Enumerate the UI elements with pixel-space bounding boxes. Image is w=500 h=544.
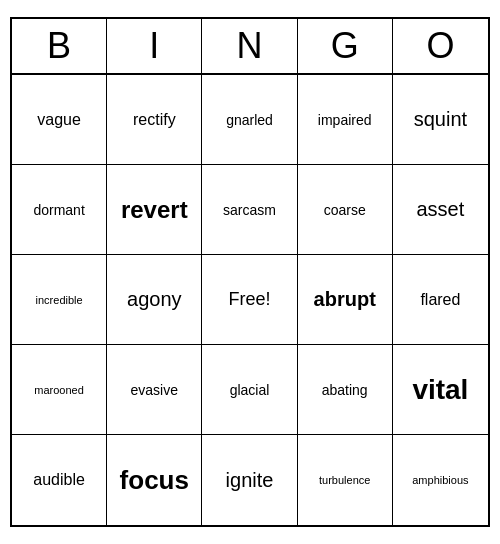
bingo-cell: agony (107, 255, 202, 345)
bingo-cell: abrupt (298, 255, 393, 345)
cell-text: asset (416, 198, 464, 221)
bingo-card: BINGO vaguerectifygnarledimpairedsquintd… (10, 17, 490, 527)
bingo-cell: evasive (107, 345, 202, 435)
bingo-cell: vague (12, 75, 107, 165)
header-letter: N (202, 19, 297, 73)
cell-text: abrupt (314, 288, 376, 311)
cell-text: squint (414, 108, 467, 131)
cell-text: impaired (318, 112, 372, 128)
cell-text: vital (412, 374, 468, 406)
cell-text: marooned (34, 384, 84, 396)
bingo-cell: marooned (12, 345, 107, 435)
cell-text: incredible (36, 294, 83, 306)
bingo-cell: audible (12, 435, 107, 525)
bingo-header: BINGO (12, 19, 488, 75)
cell-text: coarse (324, 202, 366, 218)
bingo-cell: rectify (107, 75, 202, 165)
header-letter: I (107, 19, 202, 73)
bingo-cell: abating (298, 345, 393, 435)
bingo-cell: impaired (298, 75, 393, 165)
bingo-cell: vital (393, 345, 488, 435)
bingo-cell: ignite (202, 435, 297, 525)
bingo-cell: flared (393, 255, 488, 345)
cell-text: glacial (230, 382, 270, 398)
cell-text: ignite (226, 469, 274, 492)
cell-text: revert (121, 196, 188, 224)
cell-text: gnarled (226, 112, 273, 128)
cell-text: turbulence (319, 474, 370, 486)
header-letter: O (393, 19, 488, 73)
cell-text: agony (127, 288, 182, 311)
bingo-cell: glacial (202, 345, 297, 435)
bingo-cell: incredible (12, 255, 107, 345)
cell-text: rectify (133, 111, 176, 129)
bingo-cell: sarcasm (202, 165, 297, 255)
bingo-grid: vaguerectifygnarledimpairedsquintdormant… (12, 75, 488, 525)
bingo-cell: gnarled (202, 75, 297, 165)
bingo-cell: focus (107, 435, 202, 525)
bingo-cell: turbulence (298, 435, 393, 525)
cell-text: abating (322, 382, 368, 398)
cell-text: flared (420, 291, 460, 309)
cell-text: sarcasm (223, 202, 276, 218)
bingo-cell: dormant (12, 165, 107, 255)
cell-text: amphibious (412, 474, 468, 486)
bingo-cell: squint (393, 75, 488, 165)
cell-text: Free! (228, 289, 270, 310)
cell-text: evasive (131, 382, 178, 398)
bingo-cell: Free! (202, 255, 297, 345)
cell-text: dormant (33, 202, 84, 218)
bingo-cell: coarse (298, 165, 393, 255)
header-letter: G (298, 19, 393, 73)
bingo-cell: asset (393, 165, 488, 255)
bingo-cell: revert (107, 165, 202, 255)
cell-text: focus (120, 465, 189, 496)
cell-text: audible (33, 471, 85, 489)
header-letter: B (12, 19, 107, 73)
cell-text: vague (37, 111, 81, 129)
bingo-cell: amphibious (393, 435, 488, 525)
